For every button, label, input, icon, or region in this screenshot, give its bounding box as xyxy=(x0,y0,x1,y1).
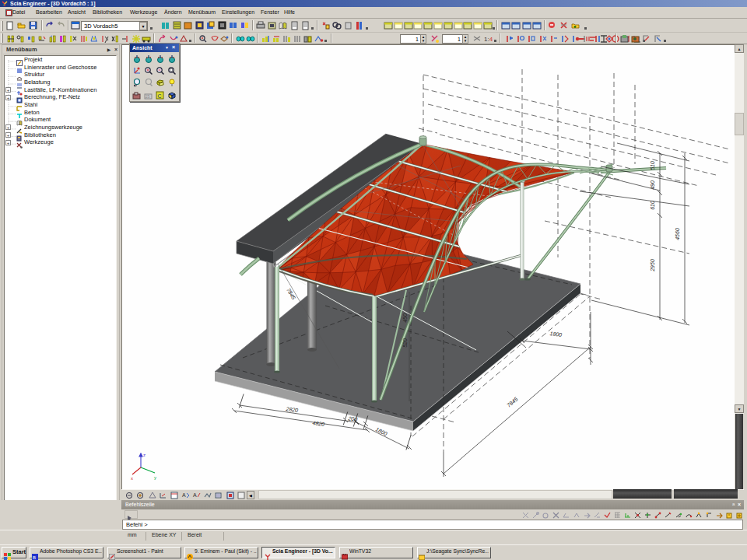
svg-text:25: 25 xyxy=(146,94,150,99)
svg-text:z: z xyxy=(143,453,146,457)
svg-text:B: B xyxy=(33,555,36,560)
svg-text:1:4: 1:4 xyxy=(484,36,493,43)
svg-text:A: A xyxy=(182,492,186,498)
svg-text:490: 490 xyxy=(650,180,655,190)
svg-text:2950: 2950 xyxy=(650,259,655,272)
svg-text:520: 520 xyxy=(402,338,408,348)
svg-text:510: 510 xyxy=(650,161,655,170)
svg-text:610: 610 xyxy=(650,201,655,210)
svg-text:x: x xyxy=(131,476,133,481)
svg-text:4560: 4560 xyxy=(675,228,680,240)
svg-text:450: 450 xyxy=(402,313,408,323)
svg-text:y: y xyxy=(154,475,156,480)
svg-text:C: C xyxy=(158,93,162,99)
svg-text:A: A xyxy=(193,492,197,498)
